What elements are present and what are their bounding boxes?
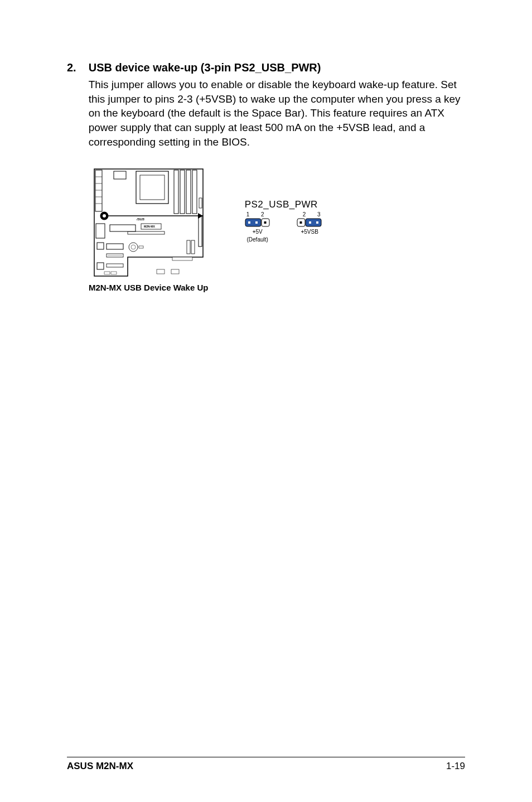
jumper-note: (Default)	[247, 236, 268, 243]
svg-rect-13	[199, 198, 202, 208]
jumper-voltage: +5VSB	[301, 229, 318, 235]
jumper-voltage: +5V	[253, 229, 263, 235]
section-body: USB device wake-up (3-pin PS2_USB_PWR) T…	[89, 61, 465, 292]
svg-rect-23	[107, 244, 123, 249]
section-paragraph: This jumper allows you to enable or disa…	[89, 78, 465, 149]
svg-rect-9	[174, 170, 178, 214]
svg-rect-42	[248, 221, 250, 224]
svg-text:/SUS: /SUS	[136, 218, 144, 221]
motherboard-svg: /SUS M2N-MX	[89, 165, 209, 281]
svg-rect-44	[264, 221, 266, 224]
svg-rect-27	[107, 264, 123, 267]
svg-rect-40	[245, 219, 261, 226]
svg-rect-32	[191, 240, 195, 254]
svg-rect-30	[139, 246, 143, 248]
jumper-icon-default	[245, 218, 270, 227]
svg-rect-19	[128, 231, 165, 234]
svg-rect-0	[95, 170, 102, 211]
svg-rect-34	[157, 269, 165, 274]
svg-rect-49	[316, 221, 318, 224]
svg-rect-47	[300, 221, 302, 224]
jumper-icon-alt	[297, 218, 322, 227]
svg-rect-35	[171, 269, 179, 274]
page-footer: ASUS M2N-MX 1-19	[67, 757, 465, 772]
section-title: USB device wake-up (3-pin PS2_USB_PWR)	[89, 61, 465, 74]
svg-rect-12	[192, 170, 197, 214]
jumper-header-label: PS2_USB_PWR	[245, 199, 318, 210]
svg-rect-37	[111, 272, 117, 274]
jumper-option: 1 2 +5V (Default)	[245, 211, 270, 243]
svg-rect-26	[97, 263, 104, 269]
section-number: 2.	[67, 61, 76, 292]
svg-rect-36	[104, 272, 110, 274]
svg-point-16	[103, 214, 106, 218]
svg-rect-8	[140, 175, 165, 200]
footer-rule	[67, 757, 465, 757]
pin-numbers: 2 3	[294, 211, 326, 218]
svg-rect-6	[114, 171, 126, 179]
svg-rect-31	[187, 240, 190, 254]
svg-rect-21	[110, 225, 136, 231]
pin-numbers: 1 2	[245, 211, 270, 218]
svg-rect-46	[306, 219, 321, 226]
motherboard-diagram: /SUS M2N-MX	[89, 165, 209, 292]
svg-point-29	[131, 245, 136, 249]
svg-rect-33	[172, 257, 192, 260]
svg-rect-20	[96, 224, 105, 238]
svg-rect-14	[199, 216, 202, 247]
jumper-options: PS2_USB_PWR 1 2 +5V (Default)	[245, 199, 326, 243]
diagram-block: /SUS M2N-MX	[89, 165, 465, 292]
page-number: 1-19	[446, 761, 465, 772]
svg-rect-11	[186, 170, 191, 214]
svg-rect-43	[255, 221, 258, 224]
svg-rect-48	[309, 221, 311, 224]
svg-rect-10	[180, 170, 185, 214]
board-model-label: M2N-MX	[144, 225, 155, 228]
diagram-caption: M2N-MX USB Device Wake Up	[89, 283, 209, 292]
jumper-option: 2 3 +5VSB	[294, 211, 326, 236]
footer-product: ASUS M2N-MX	[67, 761, 133, 772]
pin-options-row: 1 2 +5V (Default) 2 3	[245, 211, 326, 243]
svg-rect-22	[97, 243, 104, 249]
